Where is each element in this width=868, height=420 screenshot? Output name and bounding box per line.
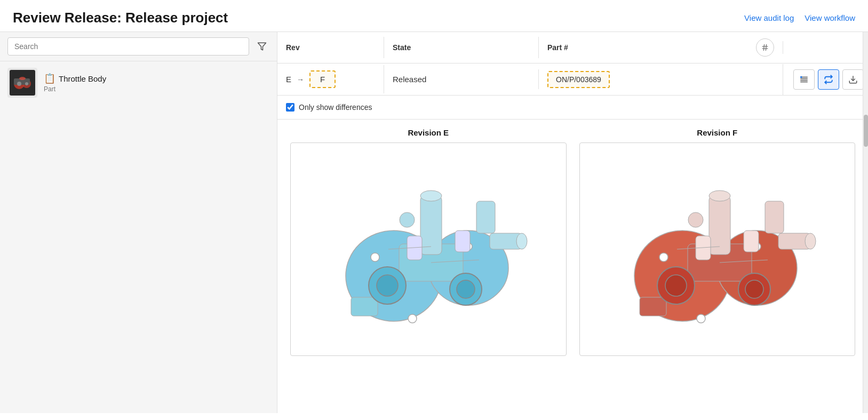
checkbox-row: Only show differences: [277, 96, 868, 120]
item-icon-name: 📋 Throttle Body: [44, 73, 106, 84]
page-title: Review Release: Release project: [13, 10, 228, 26]
svg-rect-47: [765, 201, 784, 233]
svg-point-27: [371, 253, 379, 261]
svg-point-48: [659, 253, 668, 261]
rev-cell: E → F: [277, 65, 384, 93]
svg-point-7: [25, 82, 28, 85]
left-image-box: [290, 142, 567, 356]
svg-point-57: [688, 212, 703, 227]
col-rev-header: Rev: [277, 37, 384, 58]
part-type-icon: 📋: [44, 73, 55, 84]
svg-point-43: [709, 191, 730, 201]
svg-point-56: [745, 280, 763, 298]
rev-new-box[interactable]: F: [309, 70, 336, 88]
svg-rect-26: [476, 201, 495, 233]
table-header: Rev State Part #: [277, 32, 868, 64]
scrollbar[interactable]: [863, 32, 868, 413]
view-audit-log-link[interactable]: View audit log: [744, 13, 794, 22]
download-button[interactable]: [842, 69, 864, 90]
part-cell: ON/P/003689: [539, 66, 783, 93]
rev-old: E: [286, 75, 291, 84]
svg-rect-46: [640, 297, 666, 316]
show-differences-checkbox[interactable]: [286, 103, 294, 112]
svg-line-10: [763, 44, 764, 51]
compare-button[interactable]: [818, 69, 839, 90]
state-cell: Released: [384, 69, 539, 89]
svg-rect-31: [455, 231, 470, 252]
svg-point-22: [420, 191, 442, 201]
svg-rect-42: [709, 196, 730, 255]
item-name: Throttle Body: [59, 74, 106, 83]
svg-point-35: [457, 280, 475, 298]
col-part-header: Part #: [539, 32, 783, 63]
actions-cell: [783, 64, 868, 95]
svg-point-6: [17, 82, 21, 86]
header-links: View audit log View workflow: [744, 13, 855, 22]
right-revision-title: Revision F: [579, 128, 856, 137]
scrollbar-thumb[interactable]: [864, 115, 868, 147]
comparison-left-col: Revision E: [290, 128, 567, 356]
item-subtext: Part: [44, 85, 106, 93]
rev-arrow-icon: →: [297, 75, 304, 84]
right-image-box: [579, 142, 856, 356]
svg-point-28: [408, 314, 417, 323]
svg-rect-16: [800, 76, 802, 78]
part-item-row[interactable]: 📋 Throttle Body Part: [0, 61, 277, 104]
svg-line-11: [766, 44, 766, 51]
col-state-header: State: [384, 37, 539, 58]
data-row: E → F Released ON/P/003689: [277, 64, 868, 96]
svg-point-54: [665, 275, 687, 296]
svg-rect-21: [420, 196, 442, 255]
comparison-area: Revision E: [277, 120, 868, 413]
svg-rect-52: [744, 231, 759, 252]
svg-point-5: [19, 77, 26, 80]
svg-point-33: [377, 275, 398, 296]
checkbox-label[interactable]: Only show differences: [299, 103, 372, 112]
comparison-right-col: Revision F: [579, 128, 856, 356]
revision-f-image: [613, 153, 821, 345]
search-row: [0, 32, 277, 61]
svg-point-36: [400, 212, 415, 227]
comparison-headers: Revision E: [290, 128, 855, 356]
item-thumbnail: [7, 68, 37, 98]
hash-button[interactable]: [756, 38, 774, 57]
search-input[interactable]: [7, 37, 249, 56]
part-number-box[interactable]: ON/P/003689: [547, 71, 610, 88]
left-panel: 📋 Throttle Body Part: [0, 32, 277, 413]
svg-point-49: [697, 314, 705, 323]
item-info: 📋 Throttle Body Part: [44, 73, 106, 93]
right-panel: Rev State Part # E →: [277, 32, 868, 413]
list-view-button[interactable]: [793, 69, 815, 90]
svg-point-45: [805, 233, 816, 249]
svg-point-24: [516, 233, 527, 249]
left-revision-title: Revision E: [290, 128, 567, 137]
view-workflow-link[interactable]: View workflow: [805, 13, 855, 22]
svg-rect-25: [351, 297, 378, 316]
svg-marker-0: [258, 43, 266, 50]
col-actions-header: [783, 41, 868, 54]
filter-icon[interactable]: [254, 39, 269, 54]
revision-e-image: [324, 153, 532, 345]
